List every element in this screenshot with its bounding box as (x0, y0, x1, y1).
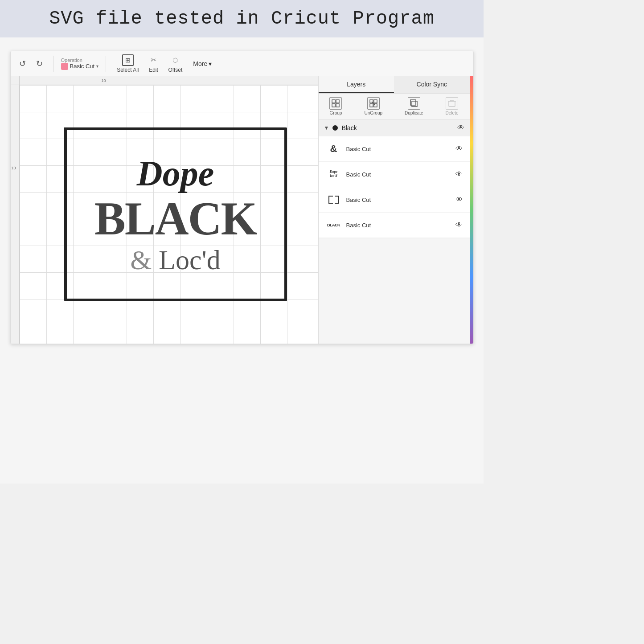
toolbar: ↺ ↻ Operation Basic Cut ▾ ⊞ Select All (11, 51, 473, 76)
group-visibility-eye[interactable]: 👁 (457, 124, 464, 132)
operation-select[interactable]: Basic Cut ▾ (61, 63, 99, 70)
svg-rect-9 (412, 101, 417, 107)
duplicate-icon (408, 97, 420, 110)
layer-thumb-amp: & (326, 141, 342, 157)
more-label: More (193, 60, 207, 67)
ruler-top: 10 (20, 76, 318, 85)
layer-item: & Basic Cut 👁 (319, 136, 470, 162)
design-text-container: Dope BLACK & Loc'd (94, 154, 256, 275)
layer-visibility-eye-4[interactable]: 👁 (455, 221, 463, 229)
separator-2 (106, 56, 106, 72)
duplicate-button[interactable]: Duplicate (405, 97, 423, 115)
header-banner: SVG file tested in Cricut Program (0, 0, 484, 37)
canvas-grid: Dope BLACK & Loc'd (20, 85, 318, 344)
layer-item-name-1: Basic Cut (346, 146, 451, 152)
ungroup-label: UnGroup (364, 111, 382, 115)
svg-rect-11 (449, 101, 455, 107)
group-button[interactable]: Group (329, 97, 342, 115)
operation-value: Basic Cut (70, 63, 95, 70)
layers-tabs: Layers Color Sync (319, 76, 470, 94)
ungroup-icon (367, 97, 380, 110)
group-label: Group (330, 111, 342, 115)
ruler-mark-v-10: 10 (11, 165, 19, 171)
layer-group-header-black[interactable]: ▼ Black 👁 (319, 119, 470, 136)
layer-item: Basic Cut 👁 (319, 187, 470, 213)
layer-thumb-black: BLACK (326, 217, 342, 233)
operation-group: Operation Basic Cut ▾ (61, 57, 99, 70)
svg-rect-3 (336, 104, 339, 107)
select-all-label: Select All (117, 67, 139, 73)
separator-1 (53, 56, 54, 72)
svg-rect-10 (410, 100, 416, 105)
offset-button[interactable]: ⬡ Offset (168, 54, 183, 73)
layer-item-name-4: Basic Cut (346, 222, 451, 229)
svg-rect-0 (332, 100, 335, 103)
ungroup-button[interactable]: UnGroup (364, 97, 382, 115)
edit-icon: ✂ (148, 54, 160, 66)
more-dropdown-arrow: ▾ (209, 60, 212, 67)
svg-line-8 (372, 102, 375, 105)
design-amp: & (130, 245, 152, 275)
svg-rect-6 (370, 104, 373, 107)
canvas-layers: 10 10 Dope BLACK & Loc' (11, 76, 473, 344)
svg-rect-2 (332, 104, 335, 107)
layer-visibility-eye-3[interactable]: 👁 (455, 196, 463, 204)
design-line2: BLACK (94, 193, 256, 245)
operation-dropdown-arrow: ▾ (96, 64, 98, 69)
layer-item: Dopeloc'd Basic Cut 👁 (319, 162, 470, 187)
ruler-mark-10: 10 (100, 78, 108, 84)
group-collapse-arrow: ▼ (324, 125, 329, 131)
edit-label: Edit (149, 67, 158, 73)
layer-item-name-3: Basic Cut (346, 197, 451, 203)
layer-visibility-eye-2[interactable]: 👁 (455, 170, 463, 178)
layer-thumb-bracket (326, 192, 342, 208)
design-line1: Dope (94, 154, 256, 193)
delete-icon (446, 97, 458, 110)
offset-icon: ⬡ (169, 54, 181, 66)
group-color-dot-black (332, 125, 338, 131)
cricut-window: ↺ ↻ Operation Basic Cut ▾ ⊞ Select All (10, 51, 474, 344)
main-content: ↺ ↻ Operation Basic Cut ▾ ⊞ Select All (0, 37, 484, 484)
more-button[interactable]: More ▾ (193, 60, 212, 67)
svg-rect-1 (336, 100, 339, 103)
layer-visibility-eye-1[interactable]: 👁 (455, 145, 463, 153)
design-line3: & Loc'd (94, 245, 256, 275)
select-all-button[interactable]: ⊞ Select All (117, 54, 139, 73)
delete-label: Delete (446, 111, 459, 115)
select-all-icon: ⊞ (122, 54, 134, 66)
page-title: SVG file tested in Cricut Program (9, 8, 475, 29)
delete-button[interactable]: Delete (446, 97, 459, 115)
tab-color-sync[interactable]: Color Sync (394, 76, 470, 93)
layer-group-black: ▼ Black 👁 & Basic Cut 👁 (319, 119, 470, 238)
layer-thumb-dope: Dopeloc'd (326, 166, 342, 182)
canvas-content: Dope BLACK & Loc'd (46, 98, 305, 330)
operation-color-dot (61, 63, 68, 70)
layer-items-black: & Basic Cut 👁 Dopeloc'd Basic Cut 👁 (319, 136, 470, 238)
layer-item: BLACK Basic Cut 👁 (319, 213, 470, 238)
layers-actions: Group UnGroup Duplicate (319, 94, 470, 119)
undo-redo-group: ↺ ↻ (16, 57, 46, 70)
tab-layers[interactable]: Layers (319, 76, 394, 93)
layers-panel: Layers Color Sync Group UnGroup (318, 76, 470, 344)
design-graphic: Dope BLACK & Loc'd (55, 114, 296, 315)
group-label-black: Black (341, 124, 453, 131)
offset-label: Offset (168, 67, 183, 73)
edit-button[interactable]: ✂ Edit (148, 54, 160, 73)
svg-rect-5 (374, 100, 377, 103)
operation-label: Operation (61, 57, 99, 63)
ruler-left: 10 (11, 85, 20, 344)
group-icon (329, 97, 342, 110)
ruler-zero (11, 76, 20, 85)
duplicate-label: Duplicate (405, 111, 423, 115)
undo-button[interactable]: ↺ (16, 57, 29, 70)
canvas-area: 10 10 Dope BLACK & Loc' (11, 76, 318, 344)
color-bar (470, 76, 473, 344)
redo-button[interactable]: ↻ (33, 57, 46, 70)
layer-item-name-2: Basic Cut (346, 171, 451, 178)
toolbar-actions: ⊞ Select All ✂ Edit ⬡ Offset More ▾ (117, 54, 212, 73)
